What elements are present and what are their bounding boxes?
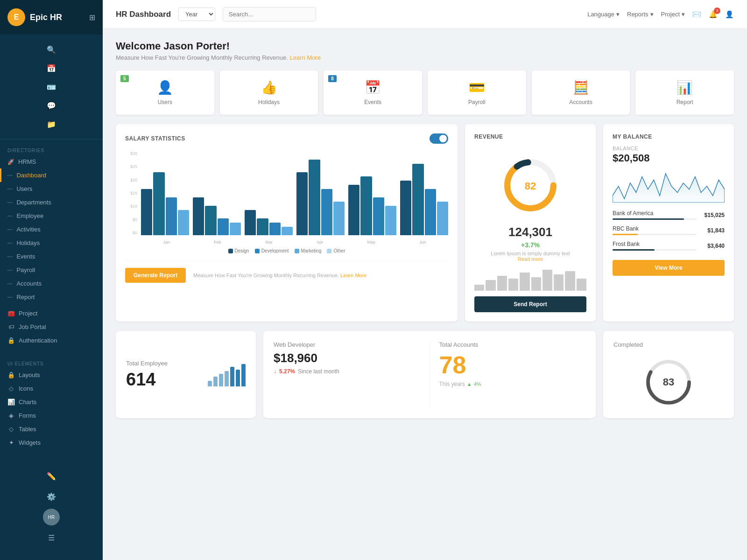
sidebar-item-icons[interactable]: ◇ Icons [0,382,103,395]
completed-value: 83 [663,376,674,388]
sidebar-item-forms[interactable]: ◈ Forms [0,409,103,422]
web-developer-card: Web Developer $18,960 ↓ 5.27% Since last… [274,341,430,408]
sidebar-item-departments[interactable]: ••• Departments [0,196,103,209]
mini-bar-chart [474,267,586,291]
folder-icon[interactable]: 📁 [42,116,61,133]
y-label-0: $0 [133,231,137,235]
marketing-dot [295,249,299,253]
project-dropdown[interactable]: Project ▾ [661,11,685,18]
employee-card-title: Total Employee [126,360,168,367]
accounts-icon: 🧮 [573,80,589,95]
reports-dropdown[interactable]: Reports ▾ [627,11,654,18]
bank-boa-bar [613,218,697,220]
y-label-5: $5 [133,217,137,222]
users-label: Users [16,185,32,192]
sidebar-item-dashboard[interactable]: ••• Dashboard [0,168,103,182]
sidebar-item-hrms[interactable]: 🚀 HRMS [0,155,103,168]
sidebar-item-payroll[interactable]: ••• Payroll [0,263,103,277]
send-report-button[interactable]: Send Report [474,296,586,312]
activities-label: Activities [16,226,40,233]
salary-card-header: SALARY STATISTICS [125,133,448,144]
quick-card-payroll[interactable]: 💳 Payroll [428,70,526,115]
quick-card-report[interactable]: 📊 Report [635,70,734,115]
pen-icon[interactable]: ✏️ [43,468,60,484]
events-icon: 📅 [365,80,381,95]
departments-label: Departments [16,199,51,206]
job-portal-icon: 🏷 [7,323,15,330]
report-icon: 📊 [677,80,693,95]
design-dot [228,249,233,253]
sidebar-item-employee[interactable]: ••• Employee [0,209,103,223]
generate-report-button[interactable]: Generate Report [125,268,186,283]
legend-development: Development [255,248,289,253]
quick-card-accounts[interactable]: 🧮 Accounts [532,70,630,115]
salary-card: SALARY STATISTICS $30 $25 $20 $15 $10 [116,124,458,322]
footer-learn-more[interactable]: Learn More [340,273,366,278]
dashboard-body: Welcome Jason Porter! Measure How Fast Y… [103,29,747,560]
search-input[interactable] [223,7,316,21]
user-icon[interactable]: 👤 [725,10,734,19]
quick-card-holidays[interactable]: 👍 Holidays [220,70,318,115]
revenue-donut-wrapper: 82 [474,147,586,225]
chat-icon[interactable]: 💬 [42,97,61,114]
other-dot [327,249,331,253]
settings-icon[interactable]: ⚙️ [43,488,60,505]
menu-icon[interactable]: ☰ [43,529,60,546]
email-icon[interactable]: ✉️ [692,10,701,19]
year-select[interactable]: Year Month Week [178,7,215,21]
y-label-30: $30 [130,151,137,156]
sidebar-item-project[interactable]: 🧰 Project [0,307,103,320]
users-icon: 👤 [157,80,173,95]
search-icon[interactable]: 🔍 [42,41,61,58]
total-employee-card: Total Employee 614 [116,331,256,418]
balance-card: MY BALANCE Balance $20,508 [603,124,734,322]
payroll-label: Payroll [16,266,35,273]
avatar[interactable]: HR [43,509,60,525]
sidebar-item-charts[interactable]: 📊 Charts [0,395,103,409]
sidebar-bottom: ✏️ ⚙️ HR ☰ [0,463,103,551]
sidebar-item-tables[interactable]: ◇ Tables [0,422,103,436]
quick-card-users[interactable]: 5 👤 Users [116,70,214,115]
read-more-link[interactable]: Read more [518,256,543,262]
grid-icon[interactable]: ⊞ [89,13,95,22]
chevron-down-icon: ▾ [650,11,654,18]
bank-rbc-name: RBC Bank [613,225,697,232]
payroll-label: Payroll [468,99,486,105]
revenue-card: REVENUE 82 124,301 [465,124,596,322]
revenue-change: +3.7% [474,241,586,249]
id-card-icon[interactable]: 🪪 [42,78,61,95]
total-accounts-title: Total Accounts [439,341,586,348]
bank-rbc-amount: $1,843 [707,227,725,234]
balance-label: Balance [613,146,725,151]
bank-boa-name: Bank of America [613,210,697,217]
sidebar-item-events[interactable]: ••• Events [0,250,103,263]
accounts-label: Accounts [569,99,592,105]
language-dropdown[interactable]: Language ▾ [587,11,620,18]
directories-label: DIRECTORIES [0,145,103,155]
calendar-icon[interactable]: 📅 [42,60,61,77]
sidebar-item-layouts[interactable]: 🔒 Layouts [0,368,103,382]
sidebar-item-widgets[interactable]: ✦ Widgets [0,436,103,449]
header-actions: Language ▾ Reports ▾ Project ▾ ✉️ 🔔 3 [587,10,734,19]
notification-icon[interactable]: 🔔 3 [709,10,718,19]
sidebar: E Epic HR ⊞ 🔍 📅 🪪 💬 📁 DIRECTORIES 🚀 HRMS… [0,0,103,560]
bank-item-boa: Bank of America $15,025 [613,210,725,220]
sidebar-item-activities[interactable]: ••• Activities [0,223,103,236]
sidebar-item-job-portal[interactable]: 🏷 Job Portal [0,320,103,334]
sparkline-wrapper [613,170,725,203]
sidebar-item-users[interactable]: ••• Users [0,182,103,196]
bottom-cards: Total Employee 614 Web Developer $18,960… [116,331,734,418]
salary-bar-chart: $30 $25 $20 $15 $10 $5 $0 [125,151,448,245]
learn-more-link[interactable]: Learn More [289,54,320,61]
sidebar-item-report[interactable]: ••• Report [0,290,103,304]
sidebar-item-accounts[interactable]: ••• Accounts [0,277,103,290]
salary-toggle[interactable] [430,133,448,144]
total-accounts-section: Total Accounts 78 This years ▲ 4% [430,341,586,408]
header-title: HR Dashboard [116,10,171,19]
quick-card-events[interactable]: 8 📅 Events [324,70,422,115]
sidebar-item-holidays[interactable]: ••• Holidays [0,236,103,250]
view-more-button[interactable]: View More [613,260,725,276]
project-label: Project [19,310,37,317]
icons-icon: ◇ [7,385,15,392]
sidebar-item-authentication[interactable]: 🔒 Authentication [0,334,103,347]
